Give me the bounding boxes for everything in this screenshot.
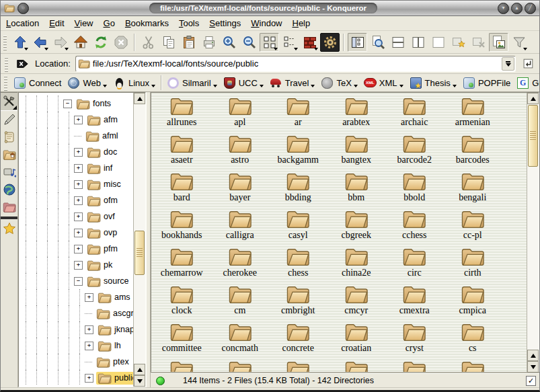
folder-cchess[interactable]: cchess xyxy=(385,209,444,247)
duplicate-window-button[interactable] xyxy=(449,33,468,52)
close-button[interactable]: ╱ xyxy=(525,3,536,14)
tree-item-ascgrp[interactable]: ascgrp xyxy=(20,305,133,321)
bookmark-thesis[interactable]: Thesis xyxy=(407,76,460,90)
folder-armenian[interactable]: armenian xyxy=(444,96,502,134)
bookmark-web[interactable]: Web xyxy=(65,76,110,90)
folder-cs[interactable]: cs xyxy=(444,322,502,360)
folder-cbgreek[interactable]: cbgreek xyxy=(327,209,386,247)
collapse-icon[interactable]: − xyxy=(74,277,83,286)
bookmark-google[interactable]: Google xyxy=(514,76,539,90)
home-button[interactable] xyxy=(71,33,90,52)
tree-item-ovf[interactable]: +ovf xyxy=(20,208,133,225)
sidebar-tab-services[interactable] xyxy=(1,163,17,181)
expand-icon[interactable]: + xyxy=(85,374,93,383)
folder-bard[interactable]: bard xyxy=(153,171,211,209)
scroll-up-button[interactable] xyxy=(527,93,539,104)
folder-ar[interactable]: ar xyxy=(269,96,327,134)
folder-cmbright[interactable]: cmbright xyxy=(269,284,327,322)
cut-button[interactable] xyxy=(139,33,158,52)
expand-icon[interactable]: + xyxy=(74,180,83,189)
folder-cmextra[interactable]: cmextra xyxy=(385,284,444,322)
maximize-button[interactable]: ▴ xyxy=(511,3,523,14)
tree-item-pfm[interactable]: +pfm xyxy=(20,241,133,257)
folder-barcode2[interactable]: barcode2 xyxy=(385,134,444,171)
forward-button[interactable] xyxy=(50,33,70,52)
toolbar-drag-handle[interactable] xyxy=(3,34,7,50)
image-preview-button[interactable] xyxy=(489,33,508,52)
location-dropdown-button[interactable] xyxy=(502,57,514,71)
sidebar-tab-network[interactable] xyxy=(1,181,17,198)
view-scrollbar[interactable] xyxy=(527,93,539,373)
expand-icon[interactable]: + xyxy=(74,196,83,205)
folder-calligra[interactable]: calligra xyxy=(211,209,270,247)
folder-committee[interactable]: committee xyxy=(153,322,211,360)
statusbar-extension-button[interactable]: ✓ xyxy=(526,376,536,386)
bookmark-xml[interactable]: XML xyxy=(361,76,407,90)
tree-item-source[interactable]: −source xyxy=(20,273,133,289)
go-button[interactable] xyxy=(519,56,537,72)
tree-item-lh[interactable]: +lh xyxy=(20,338,133,354)
sidebar-tab-history[interactable] xyxy=(1,128,17,146)
stop-button[interactable] xyxy=(111,33,130,52)
clear-location-button[interactable] xyxy=(14,56,30,72)
menu-go[interactable]: Go xyxy=(104,18,115,28)
tree-item-doc[interactable]: +doc xyxy=(20,144,133,160)
folder-cirth[interactable]: cirth xyxy=(444,247,502,284)
close-window-button[interactable] xyxy=(469,33,488,52)
folder-apl[interactable]: apl xyxy=(211,96,270,134)
folder-arabtex[interactable]: arabtex xyxy=(327,96,386,134)
collapse-icon[interactable]: − xyxy=(63,100,72,108)
bricks-view-button[interactable] xyxy=(300,33,319,52)
tree-item-misc[interactable]: +misc xyxy=(20,176,133,192)
expand-icon[interactable]: + xyxy=(74,261,83,270)
folder-partial[interactable] xyxy=(385,360,444,373)
menu-view[interactable]: View xyxy=(75,18,93,28)
folder-allrunes[interactable]: allrunes xyxy=(153,96,211,134)
expand-icon[interactable]: + xyxy=(85,342,93,350)
folder-clock[interactable]: clock xyxy=(153,284,211,322)
scroll-up-button[interactable] xyxy=(527,350,539,361)
tree-item-ovp[interactable]: +ovp xyxy=(20,225,133,241)
folder-backgamm[interactable]: backgamm xyxy=(269,134,327,171)
tree-item-ams[interactable]: +ams xyxy=(20,289,133,305)
expand-icon[interactable]: + xyxy=(85,325,93,334)
folder-bangtex[interactable]: bangtex xyxy=(327,134,386,171)
tree-item-pk[interactable]: +pk xyxy=(20,257,133,273)
folder-partial[interactable] xyxy=(444,360,502,373)
sticky-button[interactable]: ○ xyxy=(17,3,29,14)
bookmark-linux[interactable]: Linux xyxy=(110,76,159,90)
folder-bbm[interactable]: bbm xyxy=(327,171,386,209)
expand-icon[interactable]: + xyxy=(74,245,83,253)
expand-icon[interactable]: + xyxy=(74,148,83,157)
folder-partial[interactable] xyxy=(153,360,211,373)
bookmark-tex[interactable]: TeX xyxy=(318,76,360,90)
copy-button[interactable] xyxy=(159,33,178,52)
expand-icon[interactable]: + xyxy=(74,164,83,173)
expand-icon[interactable]: + xyxy=(85,293,93,302)
folder-cherokee[interactable]: cherokee xyxy=(211,247,270,284)
tree-item-afm[interactable]: +afm xyxy=(20,112,133,128)
minimize-button[interactable]: ▾ xyxy=(498,3,509,14)
folder-cmpica[interactable]: cmpica xyxy=(444,284,502,322)
folder-concrete[interactable]: concrete xyxy=(269,322,327,360)
menu-bookmarks[interactable]: Bookmarks xyxy=(125,18,169,28)
folder-partial[interactable] xyxy=(327,360,386,373)
sidebar-tab-annotate[interactable] xyxy=(1,111,17,128)
folder-bayer[interactable]: bayer xyxy=(211,171,270,209)
folder-concmath[interactable]: concmath xyxy=(211,322,270,360)
folder-barcodes[interactable]: barcodes xyxy=(444,134,502,171)
folder-bengali[interactable]: bengali xyxy=(444,171,502,209)
tree-item-afml[interactable]: afml xyxy=(20,128,133,144)
folder-partial[interactable] xyxy=(211,360,270,373)
folder-cc-pl[interactable]: cc-pl xyxy=(444,209,502,247)
sidebar-tab-bookmarks[interactable] xyxy=(1,220,17,237)
folder-china2e[interactable]: china2e xyxy=(327,247,386,284)
folder-circ[interactable]: circ xyxy=(385,247,444,284)
tree-item-public[interactable]: +public xyxy=(20,370,133,385)
menu-window[interactable]: Window xyxy=(251,18,282,28)
bookmark-connect[interactable]: Connect xyxy=(11,76,65,90)
folder-chess[interactable]: chess xyxy=(269,247,327,284)
folder-astro[interactable]: astro xyxy=(211,134,270,171)
folder-bookhands[interactable]: bookhands xyxy=(153,209,211,247)
expand-icon[interactable]: + xyxy=(74,212,83,221)
